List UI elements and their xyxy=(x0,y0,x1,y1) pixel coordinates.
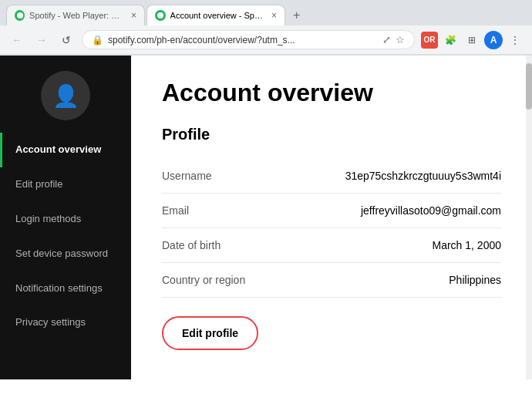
main-wrapper: Account overview Profile Username 31ep75… xyxy=(131,56,532,379)
sidebar-item-login-methods[interactable]: Login methods xyxy=(0,202,131,237)
url-actions: ⤢ ☆ xyxy=(382,34,405,45)
field-value-2: March 1, 2000 xyxy=(278,228,501,263)
page-title: Account overview xyxy=(162,79,501,107)
main-content: Account overview Profile Username 31ep75… xyxy=(131,56,532,373)
new-tab-button[interactable]: + xyxy=(287,5,306,25)
browser-actions: OR 🧩 ⊞ A ⋮ xyxy=(421,31,524,49)
table-row: Username 31ep75cshzkrczgtuuuy5s3wmt4i xyxy=(162,159,501,194)
sidebar-item-notification-settings[interactable]: Notification settings xyxy=(0,271,131,306)
address-bar: ← → ↺ 🔒 spotify.com/ph-en/account/overvi… xyxy=(0,25,532,55)
profile-table: Username 31ep75cshzkrczgtuuuy5s3wmt4i Em… xyxy=(162,159,501,298)
sidebar-nav: Account overview Edit profile Login meth… xyxy=(0,133,131,340)
field-value-1: jeffreyvillasoto09@gmail.com xyxy=(278,194,501,228)
field-value-3: Philippines xyxy=(278,263,501,298)
tab-close-1[interactable]: × xyxy=(131,10,136,21)
lock-icon: 🔒 xyxy=(92,35,103,45)
sidebar-item-privacy-settings[interactable]: Privacy settings xyxy=(0,305,131,340)
field-label-0: Username xyxy=(162,159,278,194)
user-icon: 👤 xyxy=(52,83,79,109)
field-label-1: Email xyxy=(162,194,278,228)
tab-bar: Spotify - Web Player: Music × Account ov… xyxy=(0,0,532,25)
field-label-3: Country or region xyxy=(162,263,278,298)
table-row: Email jeffreyvillasoto09@gmail.com xyxy=(162,194,501,228)
share-button[interactable]: ⤢ xyxy=(382,34,391,45)
tab-title-2: Account overview - Spotify xyxy=(170,11,267,20)
avatar: 👤 xyxy=(41,71,90,120)
table-row: Country or region Philippines xyxy=(162,263,501,298)
url-bar[interactable]: 🔒 spotify.com/ph-en/account/overview/?ut… xyxy=(82,30,415,49)
url-text: spotify.com/ph-en/account/overview/?utm_… xyxy=(108,35,378,45)
edit-profile-button[interactable]: Edit profile xyxy=(162,316,258,350)
scrollbar-thumb xyxy=(526,63,532,110)
back-button[interactable]: ← xyxy=(8,31,26,49)
sidebar-item-account-overview[interactable]: Account overview xyxy=(0,133,131,167)
ext-orange-button[interactable]: OR xyxy=(421,32,438,49)
reload-button[interactable]: ↺ xyxy=(57,31,76,49)
browser-menu-button[interactable]: ⋮ xyxy=(506,31,524,49)
field-value-0: 31ep75cshzkrczgtuuuy5s3wmt4i xyxy=(278,159,501,194)
app-container: 👤 Account overview Edit profile Login me… xyxy=(0,56,532,379)
scrollbar[interactable] xyxy=(526,56,532,379)
tab-spotify-player[interactable]: Spotify - Web Player: Music × xyxy=(6,5,145,25)
forward-button[interactable]: → xyxy=(32,31,51,49)
sidebar: 👤 Account overview Edit profile Login me… xyxy=(0,56,131,379)
browser-profile-button[interactable]: A xyxy=(484,31,503,49)
table-row: Date of birth March 1, 2000 xyxy=(162,228,501,263)
tab-title-1: Spotify - Web Player: Music xyxy=(29,11,126,20)
tab-close-2[interactable]: × xyxy=(271,10,277,21)
field-label-2: Date of birth xyxy=(162,228,278,263)
spotify-favicon-1 xyxy=(15,10,25,21)
browser-chrome: Spotify - Web Player: Music × Account ov… xyxy=(0,0,532,56)
extension-icon[interactable]: ⊞ xyxy=(463,31,481,49)
star-button[interactable]: ☆ xyxy=(396,34,405,45)
tab-account-overview[interactable]: Account overview - Spotify × xyxy=(146,5,285,25)
sidebar-item-set-device-password[interactable]: Set device password xyxy=(0,237,131,271)
section-title: Profile xyxy=(162,126,501,143)
sidebar-item-edit-profile[interactable]: Edit profile xyxy=(0,167,131,202)
puzzle-icon[interactable]: 🧩 xyxy=(441,31,460,49)
spotify-favicon-2 xyxy=(155,10,166,21)
